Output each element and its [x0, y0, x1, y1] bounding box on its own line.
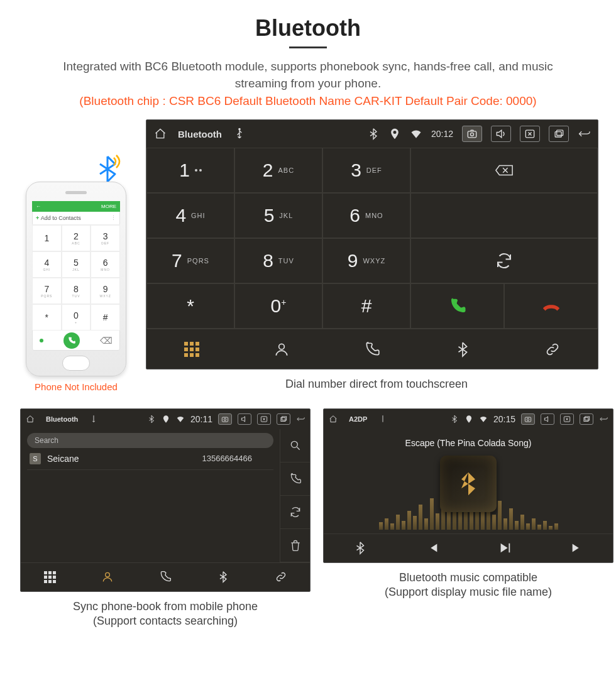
bluetooth-button[interactable]: [324, 534, 396, 562]
svg-point-8: [224, 418, 226, 420]
track-title: Escape (The Pina Colada Song): [405, 438, 532, 448]
tab-call-log[interactable]: [327, 329, 417, 369]
svg-point-15: [527, 418, 529, 420]
app-title: A2DP: [349, 415, 367, 423]
play-pause-button[interactable]: [468, 534, 541, 562]
screenshot-button[interactable]: [218, 413, 232, 425]
prev-track-button[interactable]: [396, 534, 468, 562]
back-button[interactable]: [296, 415, 305, 424]
usb-icon: [233, 128, 246, 140]
side-search-button[interactable]: [280, 429, 310, 462]
dial-key-0[interactable]: 0+: [234, 283, 322, 329]
tab-dialpad[interactable]: [146, 329, 237, 369]
album-art-icon: [440, 456, 497, 512]
tab-dialpad[interactable]: [21, 563, 79, 591]
svg-point-13: [106, 572, 110, 577]
side-delete-button[interactable]: [280, 529, 310, 562]
phone-key-7: 7PQRS: [32, 278, 62, 304]
back-button[interactable]: [599, 415, 608, 424]
tab-bluetooth[interactable]: [417, 329, 508, 369]
recent-apps-button[interactable]: [277, 413, 290, 425]
back-button[interactable]: [578, 128, 590, 140]
status-bar: A2DP 20:15: [324, 409, 613, 429]
search-input[interactable]: Search: [27, 433, 273, 448]
dial-key-4[interactable]: 4GHI: [146, 193, 234, 238]
svg-rect-17: [584, 417, 588, 421]
music-caption: Bluetooth music compatible (Support disp…: [323, 571, 613, 600]
close-app-button[interactable]: [257, 413, 271, 425]
tab-contacts[interactable]: [79, 563, 136, 591]
dial-key-5[interactable]: 5JKL: [234, 193, 322, 238]
phone-key-2: 2ABC: [62, 225, 91, 251]
volume-button[interactable]: [491, 126, 511, 142]
hangup-button[interactable]: [504, 283, 598, 329]
wifi-icon: [410, 128, 422, 140]
status-bar: Bluetooth 20:11: [21, 409, 310, 429]
side-call-button[interactable]: [280, 462, 310, 496]
phone-note: Phone Not Included: [35, 381, 118, 392]
dial-key-9[interactable]: 9WXYZ: [322, 238, 410, 283]
section-description: Integrated with BC6 Bluetooth module, su…: [0, 58, 616, 92]
music-panel: A2DP 20:15 Escape (The Pina Colada Song): [323, 408, 613, 563]
close-app-button[interactable]: [560, 413, 574, 425]
dialer-panel: Bluetooth 20:12 12ABC3DEF4GHI5JKL6MNO7PQ…: [146, 119, 598, 369]
dial-key-7[interactable]: 7PQRS: [146, 238, 234, 283]
dial-key-2[interactable]: 2ABC: [234, 148, 322, 193]
app-title: Bluetooth: [46, 415, 78, 423]
dial-key-1[interactable]: 1: [146, 148, 234, 193]
call-button[interactable]: [410, 283, 504, 329]
usb-icon: [378, 415, 387, 424]
bluetooth-icon: [450, 415, 459, 424]
location-icon: [162, 415, 170, 424]
home-icon[interactable]: [154, 128, 167, 140]
tab-call-log[interactable]: [136, 563, 194, 591]
svg-rect-11: [282, 416, 287, 420]
phonebook-caption: Sync phone-book from mobile phone (Suppo…: [20, 599, 311, 629]
wifi-icon: [479, 415, 488, 424]
section-spec: (Bluetooth chip : CSR BC6 Default Blueto…: [0, 94, 616, 108]
close-app-button[interactable]: [520, 126, 540, 142]
screenshot-button[interactable]: [521, 413, 535, 425]
svg-rect-14: [525, 417, 531, 422]
recent-apps-button[interactable]: [580, 413, 593, 425]
bottom-tabs: [146, 329, 598, 369]
phone-key-0: 0+: [62, 304, 91, 331]
usb-icon: [89, 415, 98, 424]
phone-key-9: 9WXYZ: [91, 278, 120, 304]
dial-key-3[interactable]: 3DEF: [322, 148, 410, 193]
screenshot-button[interactable]: [462, 126, 482, 142]
recent-apps-button[interactable]: [549, 126, 569, 142]
dial-pad: 12ABC3DEF4GHI5JKL6MNO7PQRS8TUV9WXYZ*0+#: [146, 148, 598, 329]
home-icon[interactable]: [26, 415, 35, 424]
section-divider: [289, 46, 327, 48]
dial-key-*[interactable]: *: [146, 283, 234, 329]
tab-pair[interactable]: [252, 563, 310, 591]
sync-button[interactable]: [410, 238, 598, 283]
svg-rect-7: [222, 417, 228, 422]
svg-point-0: [239, 129, 240, 130]
phone-key-3: 3DEF: [91, 225, 120, 251]
svg-rect-1: [468, 131, 476, 138]
phone-key-#: #: [91, 304, 120, 331]
backspace-button[interactable]: [410, 148, 598, 193]
side-sync-button[interactable]: [280, 496, 310, 529]
contact-name: Seicane: [47, 454, 79, 464]
location-icon: [388, 128, 401, 140]
home-icon[interactable]: [329, 415, 338, 424]
volume-button[interactable]: [238, 413, 251, 425]
next-track-button[interactable]: [541, 534, 613, 562]
phonebook-panel: Bluetooth 20:11 Search: [20, 408, 311, 592]
svg-point-6: [279, 344, 285, 349]
dial-key-8[interactable]: 8TUV: [234, 238, 322, 283]
app-title: Bluetooth: [178, 129, 222, 139]
dial-key-6[interactable]: 6MNO: [322, 193, 410, 238]
wifi-icon: [176, 415, 185, 424]
volume-button[interactable]: [541, 413, 554, 425]
tab-contacts[interactable]: [237, 329, 327, 369]
dial-key-#[interactable]: #: [322, 283, 410, 329]
tab-pair[interactable]: [507, 329, 598, 369]
tab-bluetooth[interactable]: [194, 563, 252, 591]
svg-point-12: [291, 441, 297, 447]
contact-row[interactable]: S Seicane 13566664466: [27, 448, 273, 470]
svg-rect-10: [281, 417, 285, 421]
